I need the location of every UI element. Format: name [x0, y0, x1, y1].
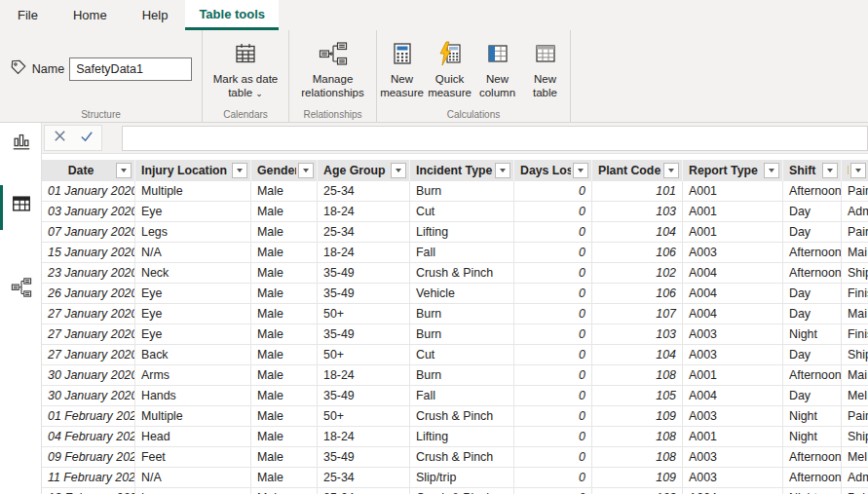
table-cell[interactable]: 0 — [514, 345, 592, 364]
table-cell[interactable]: 0 — [514, 365, 592, 385]
column-header-age-group[interactable]: Age Group — [318, 160, 410, 181]
table-cell[interactable]: 0 — [514, 263, 592, 283]
table-cell[interactable]: Back — [135, 345, 251, 364]
column-header-plant-code[interactable]: Plant Code — [592, 160, 683, 181]
table-cell[interactable]: A004 — [683, 263, 783, 283]
column-header-injury-location[interactable]: Injury Location — [135, 160, 251, 181]
table-cell[interactable]: Afternoon — [783, 468, 842, 487]
table-cell[interactable]: Night — [783, 427, 842, 446]
table-cell[interactable]: Eye — [135, 304, 251, 324]
table-cell[interactable]: Burn — [410, 324, 514, 344]
table-cell[interactable]: 104 — [592, 345, 683, 364]
table-cell[interactable]: Lifting — [410, 427, 514, 446]
table-cell[interactable]: 35-49 — [318, 324, 410, 344]
table-cell[interactable]: Vehicle — [410, 284, 514, 303]
table-cell[interactable]: 109 — [592, 468, 683, 487]
column-header-report-type[interactable]: Report Type — [683, 160, 783, 181]
table-cell[interactable]: Mai — [842, 365, 868, 385]
table-cell[interactable]: A003 — [683, 447, 783, 467]
table-cell[interactable]: Slip/trip — [410, 468, 514, 487]
table-cell[interactable]: Crush & Pinch — [410, 406, 514, 426]
table-cell[interactable]: 09 February 2020 — [42, 447, 135, 467]
table-cell[interactable]: Burn — [410, 304, 514, 324]
tab-table-tools[interactable]: Table tools — [185, 0, 279, 30]
table-cell[interactable]: 25-34 — [318, 468, 410, 487]
filter-dropdown-button[interactable] — [391, 163, 406, 178]
table-cell[interactable]: 0 — [514, 222, 592, 242]
new-column-button[interactable]: New column — [474, 37, 520, 99]
table-cell[interactable]: Night — [783, 406, 842, 426]
column-header-shift[interactable]: Shift — [783, 160, 842, 181]
table-cell[interactable]: 50+ — [318, 345, 410, 364]
table-cell[interactable]: Night — [783, 488, 842, 494]
table-cell[interactable]: Male — [251, 447, 318, 467]
new-measure-button[interactable]: New measure — [379, 37, 425, 99]
new-table-button[interactable]: New table — [522, 37, 568, 99]
table-cell[interactable]: 50+ — [318, 406, 410, 426]
table-cell[interactable]: Day — [783, 386, 842, 405]
table-cell[interactable]: 0 — [514, 181, 592, 201]
column-header-dep[interactable]: Dep — [842, 160, 868, 181]
filter-dropdown-button[interactable] — [663, 163, 679, 178]
tab-file[interactable]: File — [0, 0, 56, 30]
table-cell[interactable]: Arms — [135, 365, 251, 385]
table-cell[interactable]: Afternoon — [783, 447, 842, 467]
table-cell[interactable]: 13 February 2020 — [42, 488, 135, 494]
table-cell[interactable]: 0 — [514, 406, 592, 426]
table-cell[interactable]: Day — [783, 345, 842, 364]
table-cell[interactable]: Neck — [135, 263, 251, 283]
table-cell[interactable]: A001 — [683, 202, 783, 221]
table-cell[interactable]: Male — [251, 284, 318, 303]
table-cell[interactable]: A001 — [683, 222, 783, 242]
table-cell[interactable]: 01 February 2020 — [42, 406, 135, 426]
table-cell[interactable]: 102 — [592, 263, 683, 283]
table-cell[interactable]: 108 — [592, 447, 683, 467]
table-cell[interactable]: Cut — [410, 202, 514, 221]
table-cell[interactable]: Crush & Pinch — [410, 263, 514, 283]
formula-bar-input[interactable] — [122, 126, 868, 151]
sidebar-item-report-view[interactable] — [9, 131, 34, 156]
table-cell[interactable]: Pain — [842, 181, 868, 201]
table-cell[interactable]: 25-34 — [318, 181, 410, 201]
sidebar-item-data-view[interactable] — [9, 193, 34, 218]
table-cell[interactable]: Mai — [842, 304, 868, 324]
table-cell[interactable]: 18-24 — [318, 427, 410, 446]
table-cell[interactable]: Eye — [135, 284, 251, 303]
table-cell[interactable]: Day — [783, 202, 842, 221]
table-cell[interactable]: Male — [251, 427, 318, 446]
table-cell[interactable]: 101 — [592, 181, 683, 201]
table-cell[interactable]: 50+ — [318, 304, 410, 324]
table-cell[interactable]: 27 January 2020 — [42, 345, 135, 364]
table-cell[interactable]: 35-49 — [318, 447, 410, 467]
table-cell[interactable]: 105 — [592, 386, 683, 405]
filter-dropdown-button[interactable] — [116, 163, 132, 178]
filter-dropdown-button[interactable] — [850, 163, 866, 178]
table-cell[interactable]: 108 — [592, 427, 683, 446]
table-cell[interactable]: Night — [783, 324, 842, 344]
table-cell[interactable]: A003 — [683, 468, 783, 487]
table-cell[interactable]: Multiple — [135, 406, 251, 426]
table-cell[interactable]: Day — [783, 304, 842, 324]
table-cell[interactable]: Ship — [842, 345, 868, 364]
table-cell[interactable]: 18-24 — [318, 243, 410, 262]
filter-dropdown-button[interactable] — [573, 163, 588, 178]
table-cell[interactable]: 30 January 2020 — [42, 365, 135, 385]
table-cell[interactable]: Burn — [410, 181, 514, 201]
table-cell[interactable]: Legs — [135, 222, 251, 242]
table-cell[interactable]: 23 January 2020 — [42, 263, 135, 283]
table-cell[interactable]: A003 — [683, 243, 783, 262]
table-cell[interactable]: A004 — [683, 304, 783, 324]
manage-relationships-button[interactable]: Manage relationships — [292, 37, 374, 99]
table-cell[interactable]: Mai — [842, 243, 868, 262]
table-cell[interactable]: Ship — [842, 427, 868, 446]
commit-button[interactable] — [79, 129, 94, 147]
table-cell[interactable]: 0 — [514, 202, 592, 221]
table-cell[interactable]: Male — [251, 345, 318, 364]
column-header-date[interactable]: Date — [42, 160, 135, 181]
column-header-gender[interactable]: Gender — [251, 160, 318, 181]
table-cell[interactable]: Pain — [842, 406, 868, 426]
table-cell[interactable]: 25-34 — [318, 488, 410, 494]
mark-as-date-table-button[interactable]: Mark as date table ⌄ — [205, 37, 286, 99]
table-cell[interactable]: 01 January 2020 — [42, 181, 135, 201]
table-cell[interactable]: Lifting — [410, 222, 514, 242]
